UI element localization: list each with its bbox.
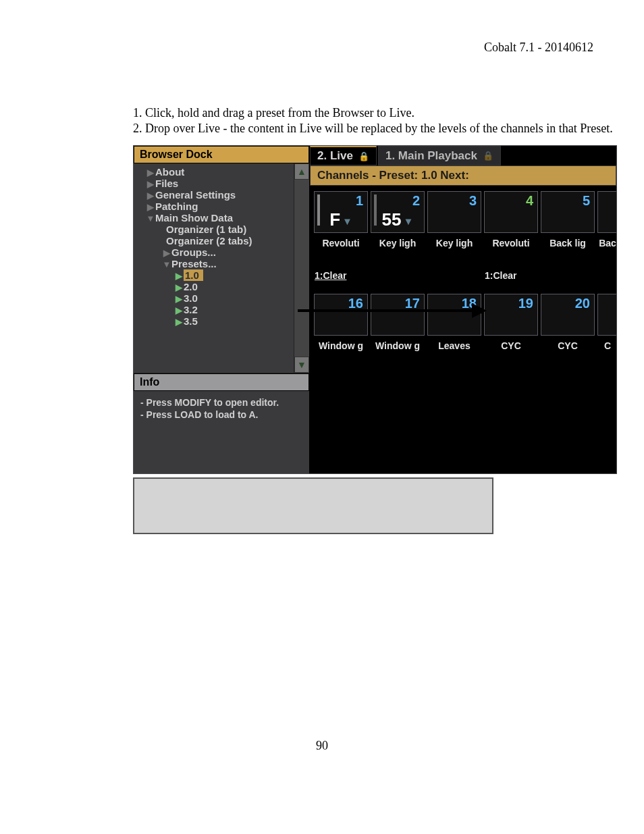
- channel-label: [314, 251, 368, 255]
- info-panel-body: - Press MODIFY to open editor. - Press L…: [134, 391, 309, 426]
- tree-item-preset-2-0[interactable]: ▶2.0: [134, 281, 309, 292]
- tree-item-organizer-1[interactable]: Organizer (1 tab): [134, 224, 309, 235]
- tree-item-preset-1-0[interactable]: ▶1.0: [134, 269, 309, 281]
- channel-cell-2[interactable]: 2 55▼: [371, 191, 425, 233]
- tree-item-preset-3-5[interactable]: ▶3.5: [134, 315, 309, 327]
- note-box: [133, 477, 493, 534]
- info-line-2: - Press LOAD to load to A.: [140, 409, 302, 421]
- tree-item-files[interactable]: ▶Files: [134, 178, 309, 189]
- tab-live-label: 2. Live: [317, 149, 353, 163]
- channel-cell-19[interactable]: 19: [484, 294, 538, 336]
- channel-label: Leaves: [427, 338, 481, 353]
- channel-cell-16[interactable]: 16: [314, 294, 368, 336]
- channel-label: CYC: [484, 338, 538, 353]
- channel-label: Key ligh: [427, 236, 481, 251]
- tree-scrollbar[interactable]: ▲ ▼: [294, 163, 309, 373]
- instruction-step-1: 1. Click, hold and drag a preset from th…: [133, 105, 613, 121]
- channel-clear: [541, 268, 595, 283]
- tree-item-preset-3-0[interactable]: ▶3.0: [134, 292, 309, 304]
- channel-label: [484, 251, 538, 255]
- channel-clear: [371, 268, 425, 283]
- tree-item-patching[interactable]: ▶Patching: [134, 201, 309, 212]
- channel-clear: 1:Clear: [314, 268, 368, 283]
- channel-label: Revoluti: [314, 236, 368, 251]
- tree-item-organizer-2[interactable]: Organizer (2 tabs): [134, 235, 309, 246]
- tree-item-general-settings[interactable]: ▶General Settings: [134, 189, 309, 201]
- instruction-step-2: 2. Drop over Live - the content in Live …: [133, 121, 613, 136]
- lock-icon: 🔒: [483, 151, 493, 161]
- info-line-1: - Press MODIFY to open editor.: [140, 396, 302, 409]
- channel-cell-5[interactable]: 5: [541, 191, 595, 233]
- channel-label: Window g: [371, 338, 425, 353]
- channel-cell-1[interactable]: 1 F▼: [314, 191, 368, 233]
- channel-clear: 1:Clear: [484, 268, 538, 283]
- instructions: 1. Click, hold and drag a preset from th…: [133, 105, 613, 136]
- channel-label: [541, 251, 595, 255]
- tree-item-main-show-data[interactable]: ▼Main Show Data: [134, 212, 309, 224]
- tree-item-about[interactable]: ▶About: [134, 166, 309, 178]
- app-screenshot: Browser Dock ▶About ▶Files ▶General Sett…: [133, 145, 617, 474]
- browser-tree: ▶About ▶Files ▶General Settings ▶Patchin…: [134, 163, 309, 373]
- browser-dock-panel: Browser Dock ▶About ▶Files ▶General Sett…: [134, 146, 309, 473]
- browser-dock-title: Browser Dock: [134, 146, 309, 163]
- channel-clear: [427, 268, 481, 283]
- scroll-up-button[interactable]: ▲: [294, 163, 309, 180]
- tab-live[interactable]: 2. Live 🔒: [310, 146, 377, 165]
- tree-item-groups[interactable]: ▶Groups...: [134, 246, 309, 258]
- scroll-down-button[interactable]: ▼: [294, 357, 309, 373]
- tab-main-playback-label: 1. Main Playback: [385, 149, 477, 163]
- page-number: 90: [0, 739, 644, 753]
- channel-cell-20[interactable]: 20: [541, 294, 595, 336]
- live-panel: 2. Live 🔒 1. Main Playback 🔒 Channels - …: [310, 146, 616, 473]
- page-header: Cobalt 7.1 - 20140612: [484, 41, 593, 55]
- tree-item-preset-3-2[interactable]: ▶3.2: [134, 304, 309, 315]
- channel-label: Revoluti: [484, 236, 538, 251]
- channel-label: Bac: [597, 236, 617, 251]
- channel-label: [427, 251, 481, 255]
- lock-icon: 🔒: [358, 151, 369, 161]
- channel-label: [371, 251, 425, 255]
- info-panel-title: Info: [134, 373, 309, 391]
- channel-label: Key ligh: [371, 236, 425, 251]
- channel-label: C: [597, 338, 617, 353]
- channel-cell-3[interactable]: 3: [427, 191, 481, 233]
- channel-cell-17[interactable]: 17: [371, 294, 425, 336]
- channel-cell-6[interactable]: [597, 191, 617, 233]
- channel-cell-21[interactable]: [597, 294, 617, 336]
- tree-item-presets[interactable]: ▼Presets...: [134, 258, 309, 269]
- channel-label: Window g: [314, 338, 368, 353]
- view-tabs: 2. Live 🔒 1. Main Playback 🔒: [310, 146, 616, 165]
- channel-grid: 1 F▼ 2 55▼ 3 4: [310, 186, 617, 474]
- tab-main-playback[interactable]: 1. Main Playback 🔒: [378, 146, 501, 165]
- channel-cell-4[interactable]: 4: [484, 191, 538, 233]
- channels-header: Channels - Preset: 1.0 Next:: [310, 165, 616, 186]
- channel-label: CYC: [541, 338, 595, 353]
- channel-label: Back lig: [541, 236, 595, 251]
- channel-cell-18[interactable]: 18: [427, 294, 481, 336]
